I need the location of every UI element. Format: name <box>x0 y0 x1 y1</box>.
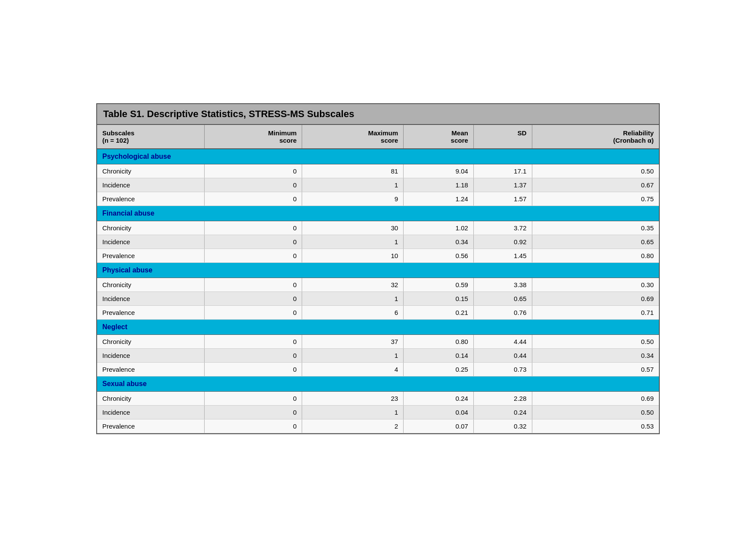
table-title: Table S1. Descriptive Statistics, STRESS… <box>97 104 659 124</box>
cell-subscale: Incidence <box>97 178 204 192</box>
cell-min: 0 <box>204 235 302 249</box>
cell-mean: 9.04 <box>404 164 474 178</box>
cell-sd: 17.1 <box>473 164 532 178</box>
cell-min: 0 <box>204 334 302 348</box>
cell-min: 0 <box>204 405 302 419</box>
cell-sd: 1.45 <box>473 249 532 262</box>
section-header-row: Neglect <box>97 319 659 334</box>
section-header-label: Sexual abuse <box>97 376 659 391</box>
title-row: Table S1. Descriptive Statistics, STRESS… <box>97 104 659 124</box>
cell-min: 0 <box>204 192 302 206</box>
cell-subscale: Prevalence <box>97 305 204 319</box>
cell-reliability: 0.30 <box>532 278 659 291</box>
cell-min: 0 <box>204 249 302 262</box>
section-header-row: Psychological abuse <box>97 149 659 164</box>
cell-reliability: 0.69 <box>532 391 659 405</box>
cell-max: 23 <box>302 391 404 405</box>
table-row: Incidence010.150.650.69 <box>97 291 659 305</box>
cell-reliability: 0.69 <box>532 291 659 305</box>
col-header-minimum: Minimum score <box>204 124 302 149</box>
table-row: Chronicity0301.023.720.35 <box>97 221 659 235</box>
col-header-mean: Mean score <box>404 124 474 149</box>
cell-min: 0 <box>204 221 302 235</box>
cell-subscale: Chronicity <box>97 391 204 405</box>
cell-subscale: Chronicity <box>97 164 204 178</box>
section-header-row: Sexual abuse <box>97 376 659 391</box>
cell-mean: 0.21 <box>404 305 474 319</box>
cell-max: 4 <box>302 362 404 376</box>
cell-subscale: Incidence <box>97 235 204 249</box>
cell-mean: 0.24 <box>404 391 474 405</box>
col-header-subscales: Subscales (n = 102) <box>97 124 204 149</box>
cell-sd: 2.28 <box>473 391 532 405</box>
cell-reliability: 0.50 <box>532 334 659 348</box>
section-header-row: Financial abuse <box>97 206 659 221</box>
cell-reliability: 0.50 <box>532 405 659 419</box>
cell-reliability: 0.53 <box>532 419 659 433</box>
cell-max: 81 <box>302 164 404 178</box>
cell-sd: 3.72 <box>473 221 532 235</box>
col-header-sd: SD <box>473 124 532 149</box>
section-header-label: Financial abuse <box>97 206 659 221</box>
table-body: Psychological abuseChronicity0819.0417.1… <box>97 149 659 433</box>
table-row: Incidence011.181.370.67 <box>97 178 659 192</box>
cell-reliability: 0.65 <box>532 235 659 249</box>
main-table: Table S1. Descriptive Statistics, STRESS… <box>97 104 659 433</box>
table-row: Prevalence060.210.760.71 <box>97 305 659 319</box>
table-wrapper: Table S1. Descriptive Statistics, STRESS… <box>96 103 660 434</box>
cell-subscale: Chronicity <box>97 334 204 348</box>
cell-min: 0 <box>204 164 302 178</box>
cell-reliability: 0.34 <box>532 348 659 362</box>
cell-max: 1 <box>302 235 404 249</box>
cell-mean: 0.15 <box>404 291 474 305</box>
cell-min: 0 <box>204 305 302 319</box>
cell-max: 1 <box>302 291 404 305</box>
cell-subscale: Prevalence <box>97 362 204 376</box>
cell-reliability: 0.75 <box>532 192 659 206</box>
table-row: Incidence010.340.920.65 <box>97 235 659 249</box>
cell-sd: 0.76 <box>473 305 532 319</box>
cell-max: 1 <box>302 178 404 192</box>
cell-subscale: Incidence <box>97 348 204 362</box>
cell-mean: 0.80 <box>404 334 474 348</box>
cell-mean: 1.24 <box>404 192 474 206</box>
cell-min: 0 <box>204 362 302 376</box>
cell-subscale: Incidence <box>97 291 204 305</box>
cell-mean: 0.56 <box>404 249 474 262</box>
cell-subscale: Prevalence <box>97 192 204 206</box>
table-row: Prevalence040.250.730.57 <box>97 362 659 376</box>
cell-mean: 0.07 <box>404 419 474 433</box>
cell-min: 0 <box>204 291 302 305</box>
table-row: Chronicity0819.0417.10.50 <box>97 164 659 178</box>
cell-mean: 0.34 <box>404 235 474 249</box>
cell-mean: 1.02 <box>404 221 474 235</box>
cell-sd: 0.65 <box>473 291 532 305</box>
cell-mean: 0.04 <box>404 405 474 419</box>
cell-reliability: 0.57 <box>532 362 659 376</box>
cell-min: 0 <box>204 348 302 362</box>
cell-max: 10 <box>302 249 404 262</box>
cell-reliability: 0.80 <box>532 249 659 262</box>
col-header-reliability: Reliability (Cronbach α) <box>532 124 659 149</box>
cell-reliability: 0.50 <box>532 164 659 178</box>
table-row: Chronicity0320.593.380.30 <box>97 278 659 291</box>
cell-subscale: Chronicity <box>97 278 204 291</box>
cell-max: 37 <box>302 334 404 348</box>
table-row: Chronicity0370.804.440.50 <box>97 334 659 348</box>
section-header-row: Physical abuse <box>97 262 659 278</box>
cell-sd: 0.24 <box>473 405 532 419</box>
cell-subscale: Incidence <box>97 405 204 419</box>
cell-min: 0 <box>204 178 302 192</box>
section-header-label: Psychological abuse <box>97 149 659 164</box>
cell-subscale: Prevalence <box>97 249 204 262</box>
table-row: Prevalence091.241.570.75 <box>97 192 659 206</box>
cell-sd: 0.44 <box>473 348 532 362</box>
cell-sd: 3.38 <box>473 278 532 291</box>
cell-min: 0 <box>204 391 302 405</box>
cell-max: 6 <box>302 305 404 319</box>
section-header-label: Neglect <box>97 319 659 334</box>
cell-sd: 0.73 <box>473 362 532 376</box>
cell-reliability: 0.67 <box>532 178 659 192</box>
cell-max: 2 <box>302 419 404 433</box>
cell-mean: 0.59 <box>404 278 474 291</box>
